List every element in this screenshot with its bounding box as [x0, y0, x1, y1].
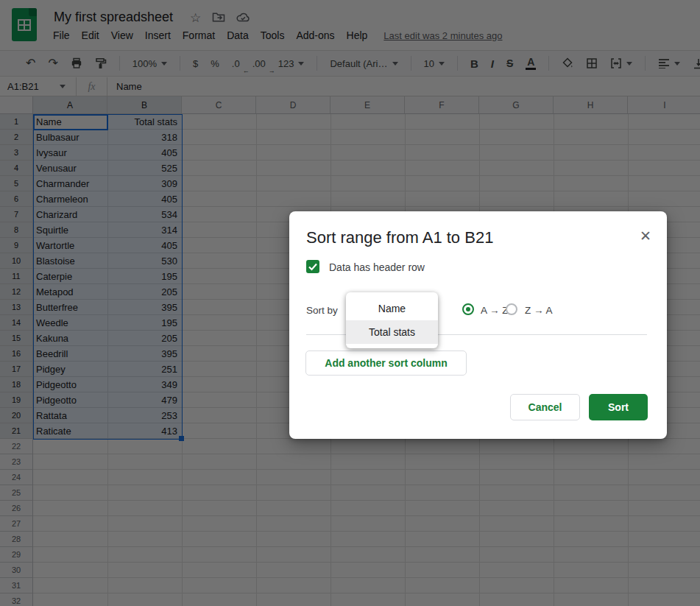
dropdown-option-total-stats[interactable]: Total stats	[346, 320, 438, 344]
cancel-button[interactable]: Cancel	[510, 394, 580, 420]
radio-descending[interactable]	[506, 303, 517, 315]
add-sort-column-button[interactable]: Add another sort column	[305, 350, 467, 376]
close-icon[interactable]: ✕	[636, 227, 655, 246]
radio-ascending-label: A → Z	[481, 305, 509, 316]
radio-ascending[interactable]	[462, 303, 474, 315]
sort-by-label: Sort by	[306, 305, 338, 316]
sort-button[interactable]: Sort	[589, 394, 648, 420]
radio-descending-label: Z → A	[525, 305, 553, 316]
sort-range-dialog: Sort range from A1 to B21 ✕ Data has hea…	[289, 211, 667, 439]
header-row-checkbox[interactable]	[306, 260, 319, 273]
sort-column-dropdown: Name Total stats	[346, 292, 438, 348]
dropdown-option-name[interactable]: Name	[346, 297, 438, 320]
header-row-checkbox-label: Data has header row	[329, 261, 425, 273]
dialog-title: Sort range from A1 to B21	[306, 228, 493, 247]
